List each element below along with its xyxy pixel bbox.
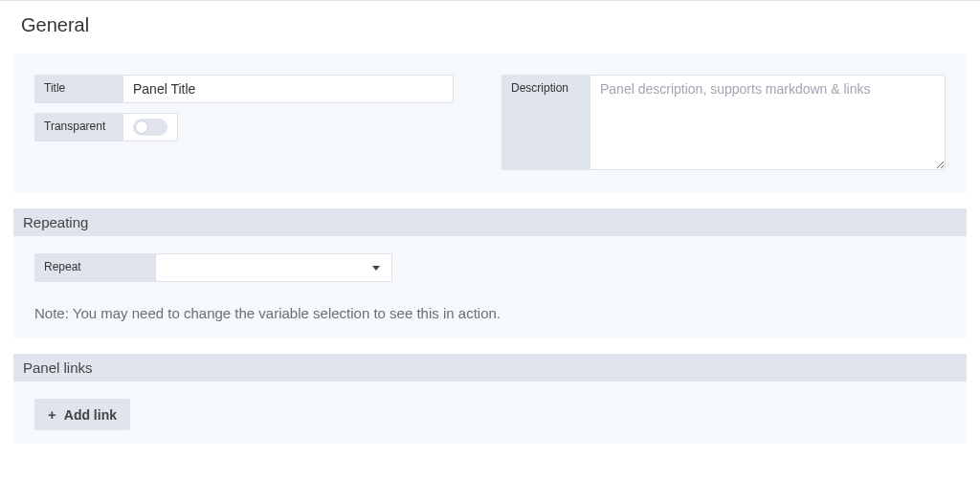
caret-down-icon [372,266,380,271]
panel-links-heading: Panel links [13,354,967,381]
repeat-label: Repeat [34,253,155,282]
toggle-knob [135,120,148,134]
add-link-label: Add link [64,407,117,423]
repeating-heading: Repeating [13,208,967,236]
transparent-label: Transparent [34,113,122,142]
repeating-section: Repeating Repeat Note: You may need to c… [13,208,967,338]
general-section: Title Transparent Description [13,54,967,193]
page-title: General [0,1,980,54]
plus-icon: + [48,406,56,423]
title-label: Title [34,75,122,103]
transparent-toggle[interactable] [133,119,167,136]
repeat-note: Note: You may need to change the variabl… [13,292,967,325]
description-textarea[interactable] [590,75,946,170]
title-input[interactable] [122,75,454,103]
repeat-select[interactable] [155,253,392,282]
transparent-toggle-wrap [122,113,178,142]
panel-links-section: Panel links + Add link [13,354,967,444]
add-link-button[interactable]: + Add link [34,399,130,430]
description-label: Description [501,75,590,170]
